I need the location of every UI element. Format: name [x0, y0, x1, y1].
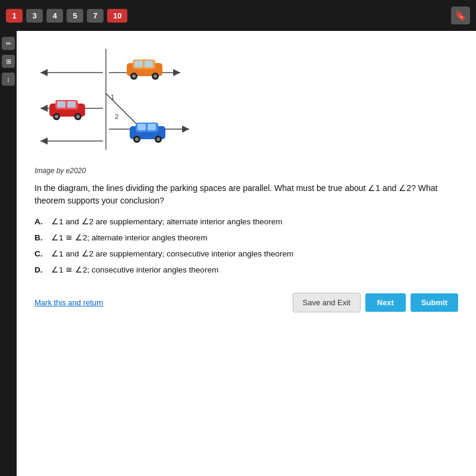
diagram-area: 1 2: [35, 43, 458, 162]
option-a-text: ∠1 and ∠2 are supplementary; alternate i…: [51, 217, 282, 228]
tab-7[interactable]: 7: [87, 9, 104, 23]
svg-rect-17: [145, 61, 153, 67]
save-exit-button[interactable]: Save and Exit: [293, 293, 361, 312]
option-d-text: ∠1 ≅ ∠2; consecutive interior angles the…: [51, 265, 218, 276]
option-c-letter: C.: [35, 249, 49, 260]
svg-marker-6: [40, 105, 48, 112]
action-buttons: Save and Exit Next Submit: [293, 293, 458, 312]
svg-text:1: 1: [111, 93, 114, 101]
next-button[interactable]: Next: [365, 293, 406, 312]
option-b-text: ∠1 ≅ ∠2; alternate interior angles theor…: [51, 233, 207, 244]
svg-rect-16: [134, 61, 143, 67]
mark-return-link[interactable]: Mark this and return: [35, 298, 104, 307]
option-d[interactable]: D. ∠1 ≅ ∠2; consecutive interior angles …: [35, 265, 458, 276]
tab-3[interactable]: 3: [26, 9, 43, 23]
svg-rect-32: [137, 124, 146, 130]
svg-rect-24: [57, 101, 65, 108]
options-list: A. ∠1 and ∠2 are supplementary; alternat…: [35, 217, 458, 276]
parking-diagram: 1 2: [35, 43, 201, 156]
svg-text:2: 2: [115, 113, 118, 120]
svg-point-35: [135, 137, 139, 141]
image-credit: Image by e2020: [35, 167, 458, 175]
option-b[interactable]: B. ∠1 ≅ ∠2; alternate interior angles th…: [35, 233, 458, 244]
tab-4[interactable]: 4: [46, 9, 63, 23]
svg-point-21: [154, 74, 157, 78]
bookmark-icon[interactable]: 🔖: [451, 7, 470, 24]
left-sidebar: ✏ ⊞ ↕: [0, 31, 17, 476]
svg-rect-33: [148, 124, 156, 130]
option-c[interactable]: C. ∠1 and ∠2 are supplementary; consecut…: [35, 249, 458, 260]
tab-1[interactable]: 1: [6, 9, 23, 23]
light-reflection: [375, 43, 422, 162]
svg-marker-11: [40, 137, 48, 145]
svg-point-27: [55, 115, 58, 118]
option-a[interactable]: A. ∠1 and ∠2 are supplementary; alternat…: [35, 217, 458, 228]
top-bar: 1 3 4 5 7 10 🔖: [0, 0, 476, 31]
main-content: 1 2: [17, 31, 476, 476]
option-c-text: ∠1 and ∠2 are supplementary; consecutive…: [51, 249, 293, 260]
svg-marker-2: [40, 69, 48, 76]
option-b-letter: B.: [35, 233, 49, 244]
tab-10[interactable]: 10: [107, 9, 127, 23]
sidebar-arrow-icon[interactable]: ↕: [2, 73, 15, 86]
svg-marker-4: [173, 69, 180, 76]
svg-point-19: [132, 74, 136, 78]
bottom-bar: Mark this and return Save and Exit Next …: [35, 288, 458, 312]
svg-point-37: [156, 137, 160, 141]
option-d-letter: D.: [35, 265, 49, 276]
svg-point-29: [76, 115, 80, 118]
sidebar-calc-icon[interactable]: ⊞: [2, 55, 15, 68]
sidebar-pencil-icon[interactable]: ✏: [2, 37, 15, 50]
question-text: In the diagram, the lines dividing the p…: [35, 182, 458, 207]
tab-5[interactable]: 5: [67, 9, 83, 23]
option-a-letter: A.: [35, 217, 49, 228]
svg-rect-25: [67, 101, 76, 108]
submit-button[interactable]: Submit: [411, 293, 458, 312]
svg-marker-9: [182, 126, 189, 133]
